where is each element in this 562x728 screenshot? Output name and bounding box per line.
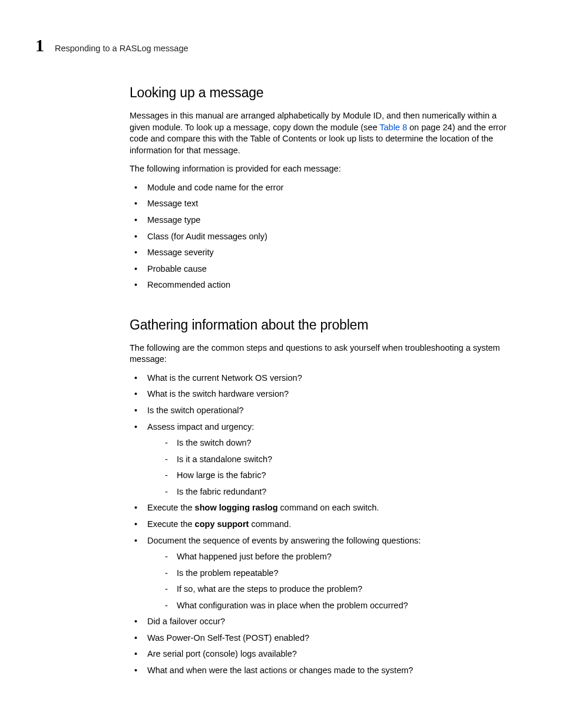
list-item: Message severity — [147, 247, 515, 259]
list-item: What is the switch hardware version? — [147, 388, 515, 400]
list-item: Message type — [147, 215, 515, 226]
list-item: Message text — [147, 198, 515, 210]
list-item-text: command on each switch. — [278, 503, 379, 512]
list-item: Execute the show logging raslog command … — [147, 502, 515, 514]
section1-para1: Messages in this manual are arranged alp… — [130, 110, 515, 156]
page: 1 Responding to a RASLog message Looking… — [0, 0, 562, 724]
sub-list: Is the switch down? Is it a standalone s… — [147, 437, 515, 498]
sub-list: What happened just before the problem? I… — [147, 551, 515, 611]
list-item: Document the sequence of events by answe… — [147, 535, 515, 612]
list-item: Probable cause — [147, 263, 515, 275]
sub-list-item: Is the fabric redundant? — [165, 486, 515, 498]
page-content: Looking up a message Messages in this ma… — [130, 85, 515, 677]
list-item: What and when were the last actions or c… — [147, 665, 515, 677]
section1-bullet-list: Module and code name for the error Messa… — [130, 182, 515, 291]
list-item: Are serial port (console) logs available… — [147, 648, 515, 660]
list-item: Recommended action — [147, 279, 515, 291]
section2-para1: The following are the common steps and q… — [130, 342, 515, 365]
sub-list-item: If so, what are the steps to produce the… — [165, 584, 515, 595]
running-header-title: Responding to a RASLog message — [55, 44, 189, 53]
list-item: Is the switch operational? — [147, 405, 515, 417]
sub-list-item: Is the problem repeatable? — [165, 568, 515, 579]
chapter-number: 1 — [35, 35, 44, 55]
sub-list-item: What happened just before the problem? — [165, 551, 515, 563]
section2-bullet-list: What is the current Network OS version? … — [130, 373, 515, 677]
list-item: What is the current Network OS version? — [147, 373, 515, 384]
sub-list-item: Is it a standalone switch? — [165, 454, 515, 466]
list-item: Module and code name for the error — [147, 182, 515, 194]
list-item-text: Execute the — [147, 519, 195, 529]
sub-list-item: How large is the fabric? — [165, 470, 515, 482]
command-text: show logging raslog — [195, 503, 278, 512]
list-item-text: Document the sequence of events by answe… — [147, 536, 421, 545]
table-8-link[interactable]: Table 8 — [379, 123, 407, 132]
section-heading-gathering-info: Gathering information about the problem — [130, 317, 515, 333]
list-item-text: command. — [249, 519, 291, 529]
list-item-text: Execute the — [147, 503, 195, 512]
list-item-text: Assess impact and urgency: — [147, 422, 254, 431]
command-text: copy support — [195, 519, 249, 529]
sub-list-item: What configuration was in place when the… — [165, 600, 515, 612]
section-heading-looking-up: Looking up a message — [130, 85, 515, 101]
list-item: Did a failover occur? — [147, 616, 515, 628]
list-item: Assess impact and urgency: Is the switch… — [147, 421, 515, 498]
list-item: Was Power-On Self-Test (POST) enabled? — [147, 633, 515, 644]
sub-list-item: Is the switch down? — [165, 437, 515, 449]
list-item: Execute the copy support command. — [147, 519, 515, 531]
page-header: 1 Responding to a RASLog message — [35, 35, 527, 55]
section1-para2: The following information is provided fo… — [130, 163, 515, 175]
list-item: Class (for Audit messages only) — [147, 231, 515, 243]
